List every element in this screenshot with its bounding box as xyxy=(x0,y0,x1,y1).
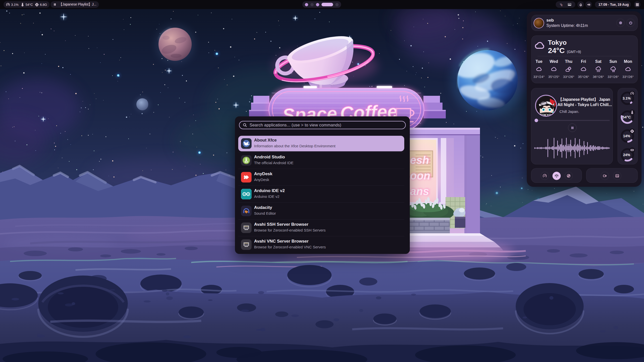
svg-text:24%: 24% xyxy=(623,153,630,157)
svg-text:54°C: 54°C xyxy=(622,115,631,119)
svg-text:oon: oon xyxy=(410,169,430,182)
svg-text:14%: 14% xyxy=(623,134,630,138)
svg-text:ans: ans xyxy=(410,185,429,197)
svg-text:esh: esh xyxy=(410,154,429,166)
svg-text:TOKYO L: TOKYO L xyxy=(540,113,554,117)
svg-text:C: C xyxy=(561,4,563,7)
svg-text:3.1%: 3.1% xyxy=(623,96,631,100)
